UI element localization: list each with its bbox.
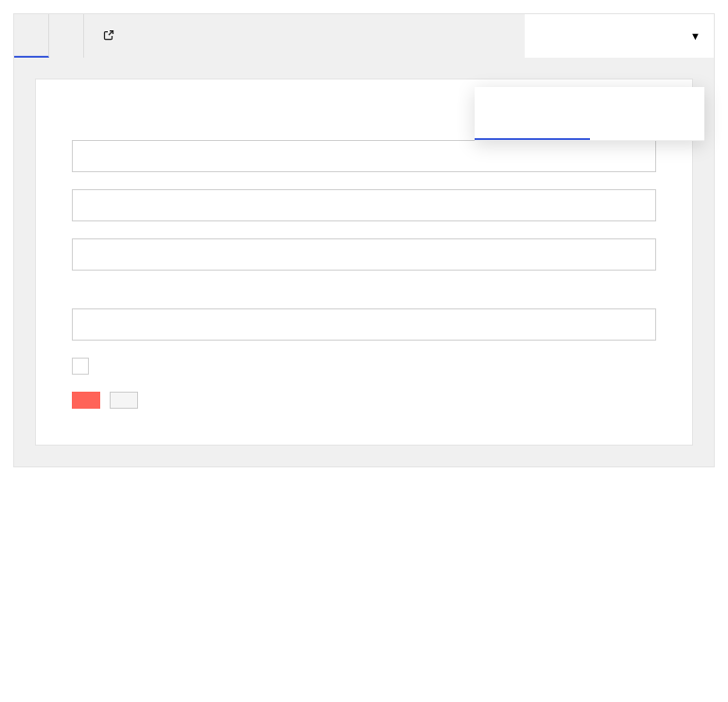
tab-sass[interactable] bbox=[475, 115, 590, 140]
submit-button[interactable] bbox=[72, 392, 100, 409]
external-link-icon bbox=[103, 29, 114, 44]
dob-label bbox=[72, 288, 656, 303]
field-password bbox=[72, 238, 656, 271]
field-dob bbox=[72, 288, 656, 341]
top-bar: ▼ bbox=[14, 14, 714, 58]
tab-view-source[interactable] bbox=[49, 14, 84, 58]
demo-container: ▼ bbox=[13, 13, 715, 467]
field-agree bbox=[72, 358, 656, 375]
tab-less[interactable] bbox=[590, 115, 705, 140]
dropdown-title bbox=[475, 87, 704, 115]
password-input[interactable] bbox=[72, 238, 656, 271]
button-row bbox=[72, 392, 656, 409]
dropdown-tabs bbox=[475, 115, 704, 141]
field-username bbox=[72, 140, 656, 172]
tab-example[interactable] bbox=[14, 14, 49, 58]
clear-button[interactable] bbox=[110, 392, 138, 409]
dob-input[interactable] bbox=[72, 308, 656, 341]
themes-dropdown-panel bbox=[475, 87, 704, 141]
edit-in-dojo-link[interactable] bbox=[84, 29, 128, 44]
field-email bbox=[72, 189, 656, 221]
email-input[interactable] bbox=[72, 189, 656, 221]
username-input[interactable] bbox=[72, 140, 656, 172]
agree-checkbox[interactable] bbox=[72, 358, 89, 375]
theme-dropdown-trigger[interactable]: ▼ bbox=[525, 14, 714, 58]
caret-down-icon: ▼ bbox=[690, 30, 701, 42]
